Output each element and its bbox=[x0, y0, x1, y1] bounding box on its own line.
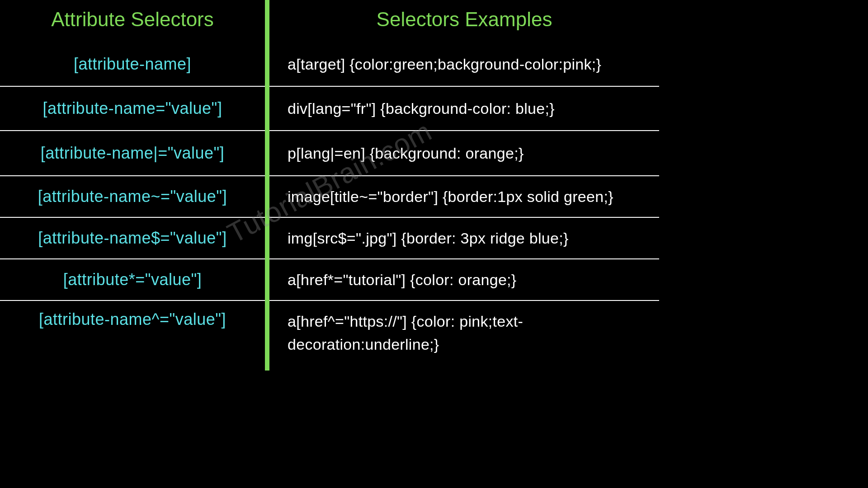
table-row: a[href*="tutorial"] {color: orange;} bbox=[269, 259, 659, 301]
selector-syntax: [attribute*="value"] bbox=[63, 270, 202, 289]
table-row: [attribute-name] bbox=[0, 42, 265, 87]
selectors-column: Attribute Selectors [attribute-name] [at… bbox=[0, 0, 265, 371]
selector-example: a[target] {color:green;background-color:… bbox=[288, 53, 601, 76]
selector-syntax: [attribute-name|="value"] bbox=[41, 144, 225, 163]
table-row: image[title~="border"] {border:1px solid… bbox=[269, 176, 659, 218]
selector-syntax: [attribute-name="value"] bbox=[43, 99, 222, 118]
table-row: [attribute-name~="value"] bbox=[0, 176, 265, 218]
table-row: [attribute-name^="value"] bbox=[0, 301, 265, 364]
selector-example: p[lang|=en] {background: orange;} bbox=[288, 142, 524, 165]
table-row: img[src$=".jpg"] {border: 3px ridge blue… bbox=[269, 218, 659, 259]
selector-syntax: [attribute-name^="value"] bbox=[39, 310, 226, 329]
table-row: [attribute-name|="value"] bbox=[0, 131, 265, 176]
vertical-divider bbox=[265, 0, 269, 371]
table-row: [attribute-name$="value"] bbox=[0, 218, 265, 259]
table-row: a[href^="https://"] {color: pink;text-de… bbox=[269, 301, 659, 364]
selector-example: img[src$=".jpg"] {border: 3px ridge blue… bbox=[288, 227, 569, 250]
table-row: p[lang|=en] {background: orange;} bbox=[269, 131, 659, 176]
right-header: Selectors Examples bbox=[269, 0, 659, 42]
selectors-table: Attribute Selectors [attribute-name] [at… bbox=[0, 0, 659, 371]
examples-column: Selectors Examples a[target] {color:gree… bbox=[269, 0, 659, 371]
left-header: Attribute Selectors bbox=[0, 0, 265, 42]
selector-example: div[lang="fr"] {background-color: blue;} bbox=[288, 97, 555, 120]
table-row: a[target] {color:green;background-color:… bbox=[269, 42, 659, 87]
selector-syntax: [attribute-name] bbox=[74, 55, 191, 74]
selector-example: image[title~="border"] {border:1px solid… bbox=[288, 185, 613, 208]
table-row: [attribute*="value"] bbox=[0, 259, 265, 301]
table-row: div[lang="fr"] {background-color: blue;} bbox=[269, 87, 659, 131]
table-row: [attribute-name="value"] bbox=[0, 87, 265, 131]
selector-example: a[href^="https://"] {color: pink;text-de… bbox=[288, 310, 646, 356]
selector-syntax: [attribute-name$="value"] bbox=[38, 229, 226, 248]
selector-syntax: [attribute-name~="value"] bbox=[38, 187, 227, 206]
selector-example: a[href*="tutorial"] {color: orange;} bbox=[288, 268, 517, 291]
